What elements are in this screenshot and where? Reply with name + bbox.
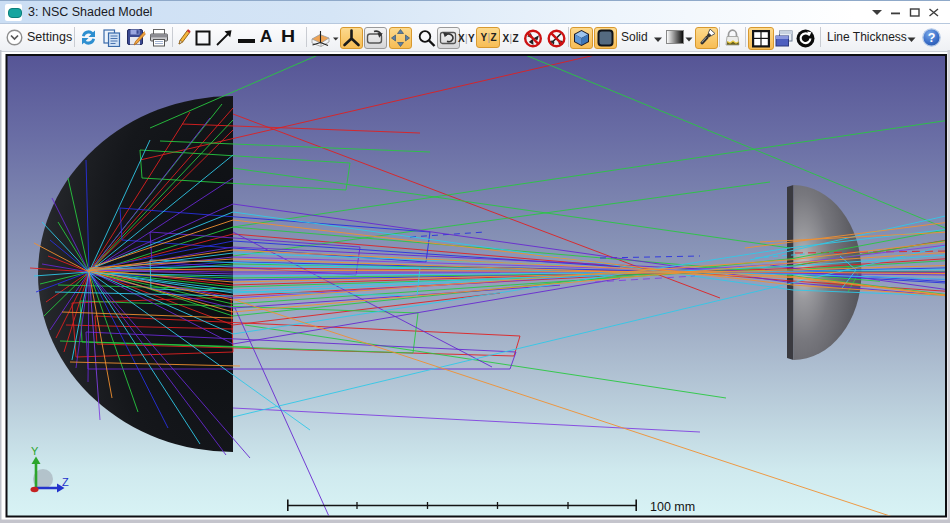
svg-text:Z: Z — [62, 476, 69, 488]
svg-text:?: ? — [928, 31, 936, 45]
svg-text:100 mm: 100 mm — [650, 500, 695, 514]
svg-text:Y: Y — [31, 445, 39, 457]
